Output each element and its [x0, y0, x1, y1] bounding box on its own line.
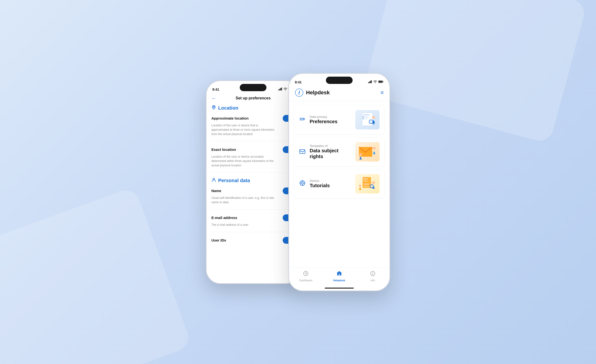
menu-card-data-privacy[interactable]: Data privacy Preferences: [294, 105, 385, 135]
setting-name-email: E-mail address: [211, 216, 237, 220]
svg-rect-3: [281, 88, 282, 90]
svg-rect-28: [363, 117, 369, 118]
svg-rect-48: [363, 180, 367, 180]
svg-point-32: [363, 116, 364, 117]
tutorials-title: Tutorials: [310, 183, 351, 188]
svg-rect-49: [363, 181, 368, 181]
helpdesk-nav-icon: [336, 271, 342, 278]
templates-subtitle: Templates of: [310, 144, 351, 148]
svg-rect-12: [370, 81, 371, 83]
svg-rect-47: [363, 178, 368, 179]
svg-point-4: [285, 90, 286, 90]
bg-decoration-2: [362, 0, 587, 144]
data-privacy-text: Data privacy Preferences: [310, 115, 351, 124]
mute-button: [206, 105, 207, 112]
personal-icon: [211, 178, 216, 184]
svg-text:USER: USER: [364, 183, 369, 185]
phone-left: 9:41 ← Set up preferences: [206, 80, 300, 284]
data-privacy-icon: [299, 116, 306, 124]
svg-rect-36: [300, 150, 305, 154]
app-logo-icon: [295, 88, 304, 97]
signal-icon-left: [278, 88, 282, 91]
right-header: Helpdesk ≡: [289, 86, 389, 101]
info-nav-icon: [370, 271, 376, 278]
svg-rect-17: [383, 81, 383, 82]
svg-rect-11: [369, 81, 370, 83]
svg-point-30: [363, 118, 364, 119]
personal-section-header: Personal data: [211, 178, 295, 184]
setting-desc-email: The e-mail address of a user: [211, 223, 274, 227]
setting-row-name: Name 🔒: [211, 187, 295, 194]
svg-point-55: [359, 185, 361, 187]
svg-point-24: [303, 119, 304, 119]
menu-card-tutorials[interactable]: Device Tutorials USER MANUAL: [294, 169, 385, 199]
tutorials-text: Device Tutorials: [310, 179, 351, 188]
svg-point-14: [375, 82, 376, 83]
dynamic-island-right: [326, 77, 353, 84]
svg-point-9: [213, 178, 215, 180]
templates-image: [355, 142, 380, 162]
svg-point-57: [306, 273, 306, 274]
data-privacy-subtitle: Data privacy: [310, 115, 351, 119]
battery-icon-right: [378, 80, 384, 84]
status-icons-right: [368, 80, 384, 84]
tutorials-image: USER MANUAL: [355, 174, 380, 194]
svg-rect-1: [279, 89, 280, 90]
svg-rect-16: [379, 81, 382, 82]
bg-decoration-1: [0, 186, 192, 364]
back-button[interactable]: ←: [211, 96, 216, 101]
svg-point-38: [373, 147, 376, 150]
signal-icon-right: [368, 80, 372, 84]
volume-down-button-right: [288, 121, 289, 131]
setting-desc-name: Usual self-identification of a user, e.g…: [211, 196, 274, 204]
status-time-right: 9:41: [295, 80, 302, 84]
home-indicator-right: [325, 288, 354, 289]
helpdesk-nav-label: Helpdesk: [333, 279, 345, 282]
setting-row-exact: Exact location 🔒: [211, 146, 295, 153]
location-section-title: Location: [218, 105, 238, 111]
svg-point-19: [299, 92, 300, 93]
nav-item-info[interactable]: Info: [364, 271, 381, 282]
setting-item-userid: User IDs 🔒: [211, 237, 295, 250]
svg-text:MANUAL: MANUAL: [364, 186, 371, 187]
svg-point-8: [213, 106, 215, 108]
volume-down-button: [206, 128, 207, 138]
setting-name-userid: User IDs: [211, 238, 226, 242]
svg-point-52: [372, 181, 375, 184]
screen-right: 9:41: [289, 74, 389, 291]
nav-item-helpdesk[interactable]: Helpdesk: [331, 271, 348, 282]
volume-up-button-right: [288, 108, 289, 117]
setting-row-approximate: Approximate location 🔒: [211, 115, 295, 122]
nav-item-dashboard[interactable]: Dashboard: [297, 271, 314, 282]
templates-icon: [299, 148, 306, 156]
phone-right: 9:41: [288, 73, 390, 291]
page-title-left: Set up preferences: [218, 96, 288, 100]
hamburger-button[interactable]: ≡: [381, 89, 384, 96]
tutorials-icon: [299, 180, 306, 188]
data-privacy-title: Preferences: [310, 119, 351, 124]
menu-card-templates[interactable]: Templates of Data subject rights: [294, 137, 385, 167]
svg-point-31: [363, 117, 364, 118]
svg-rect-2: [280, 88, 281, 90]
svg-rect-0: [278, 89, 279, 90]
info-nav-label: Info: [371, 279, 375, 282]
phones-container: 9:41 ← Set up preferences: [206, 73, 390, 291]
data-privacy-image: [355, 110, 380, 129]
svg-rect-27: [363, 116, 368, 117]
svg-rect-26: [363, 114, 370, 115]
svg-rect-13: [371, 80, 372, 83]
svg-point-60: [372, 272, 373, 273]
left-header: ← Set up preferences: [207, 94, 300, 105]
wifi-icon-right: [373, 80, 377, 84]
status-time-left: 9:41: [212, 88, 219, 91]
setting-item-approximate: Approximate location 🔒 Location of the u…: [211, 115, 295, 141]
location-icon: [211, 105, 216, 111]
svg-point-41: [301, 182, 303, 184]
svg-rect-29: [363, 119, 368, 119]
screen-left: 9:41 ← Set up preferences: [207, 81, 300, 283]
tutorials-subtitle: Device: [310, 179, 351, 183]
dashboard-nav-icon: [303, 271, 309, 278]
svg-point-33: [372, 116, 375, 119]
dynamic-island-left: [240, 84, 266, 91]
setting-name-name: Name: [211, 189, 221, 193]
